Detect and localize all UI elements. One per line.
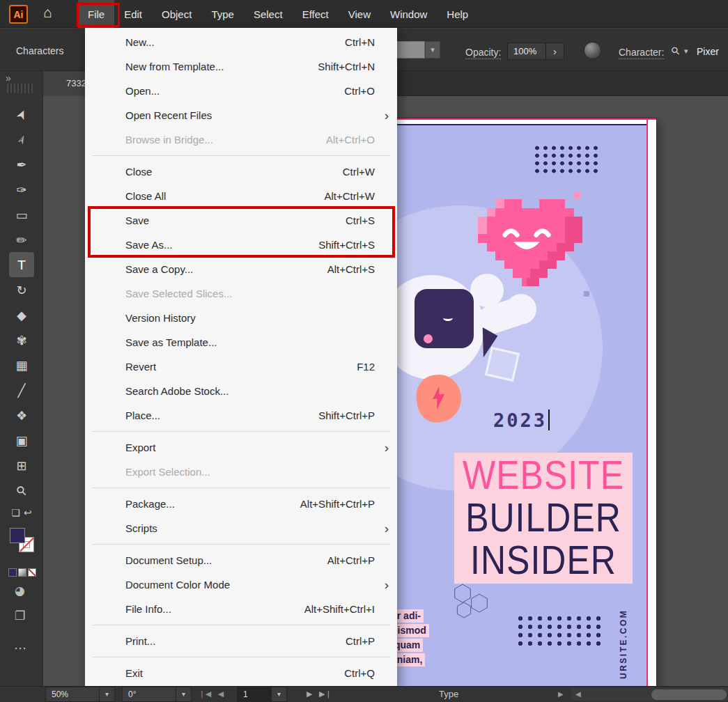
pixel-decoration — [574, 192, 581, 199]
history-icon[interactable]: ↩ — [24, 507, 32, 518]
menubar-item-object[interactable]: Object — [152, 0, 201, 28]
menu-item-save-selected-slices[interactable]: Save Selected Slices... › — [85, 281, 397, 306]
menu-item-version-history[interactable]: Version History › — [85, 306, 397, 330]
menu-item-scripts[interactable]: Scripts › — [85, 516, 397, 540]
horizontal-scrollbar[interactable]: ◀ — [571, 688, 728, 701]
paintbrush-tool[interactable]: ✏ — [9, 227, 34, 252]
direct-selection-tool[interactable]: ➢ — [9, 127, 34, 152]
menu-item-revert[interactable]: Revert F12 › — [85, 354, 397, 379]
menubar-item-window[interactable]: Window — [380, 0, 437, 28]
curvature-tool[interactable]: ✑ — [9, 177, 34, 202]
menu-separator[interactable]: › — [85, 540, 397, 548]
edit-toolbar-icon[interactable]: ⋯ — [14, 641, 26, 655]
fill-swatch[interactable] — [10, 528, 25, 543]
next-artboard-icon[interactable]: ▶ — [307, 689, 319, 699]
menu-separator[interactable]: › — [85, 484, 397, 492]
screen-mode-icon[interactable]: ❐ — [15, 609, 25, 623]
previous-artboard-icon[interactable]: ◀ — [213, 689, 226, 699]
eraser-tool[interactable]: ◆ — [9, 302, 34, 327]
artboard-nav-back[interactable]: |◀ ◀ — [201, 687, 226, 702]
artboard-number-select[interactable]: 1 ▾ — [237, 687, 287, 702]
artboard-tool[interactable]: ⊞ — [9, 453, 34, 478]
eyedropper-tool[interactable]: ╱ — [9, 377, 34, 403]
menubar-item-label: Select — [254, 8, 283, 20]
search-icon[interactable]: ⚲ — [668, 44, 683, 58]
menu-item-close-all[interactable]: Close All Alt+Ctrl+W › — [85, 184, 397, 208]
artboard-nav-forward[interactable]: ▶ ▶| — [307, 687, 332, 702]
rotation-select[interactable]: 0° ▾ — [122, 687, 192, 702]
menu-item-open[interactable]: Open... Ctrl+O › — [85, 79, 397, 103]
chevron-down-icon[interactable]: ▾ — [684, 47, 688, 56]
zoom-tool[interactable]: ⚲ — [9, 478, 34, 503]
menu-item-place[interactable]: Place... Shift+Ctrl+P › — [85, 403, 397, 428]
menu-separator[interactable]: › — [85, 152, 397, 159]
menu-item-save-as-template[interactable]: Save as Template... › — [85, 330, 397, 354]
draw-mode-icon[interactable]: ◕ — [15, 584, 25, 598]
graph-tool[interactable]: ▣ — [9, 428, 34, 453]
poster-year-text[interactable]: 2023 — [493, 410, 550, 431]
none-mode-icon[interactable] — [28, 568, 36, 577]
character-label[interactable]: Character: — [619, 47, 664, 59]
first-artboard-icon[interactable]: |◀ — [201, 689, 213, 699]
collapse-panel-icon[interactable]: » — [6, 72, 11, 84]
menubar-item-type[interactable]: Type — [201, 0, 244, 28]
menubar-item-help[interactable]: Help — [437, 0, 478, 28]
menu-item-new[interactable]: New... Ctrl+N › — [85, 30, 397, 54]
chevron-down-icon[interactable]: ▾ — [272, 687, 287, 702]
menubar-item-effect[interactable]: Effect — [293, 0, 339, 28]
poster-title-block[interactable]: WEBSITE BUILDER INSIDER — [454, 453, 633, 584]
swap-view-icon[interactable]: ❏ — [11, 507, 20, 518]
selection-tool[interactable]: ➤ — [9, 102, 34, 127]
last-artboard-icon[interactable]: ▶| — [319, 689, 332, 699]
menubar-item-view[interactable]: View — [339, 0, 380, 28]
opacity-expand-button[interactable]: › — [546, 42, 564, 60]
menu-item-document-color-mode[interactable]: Document Color Mode › — [85, 572, 397, 597]
menu-item-open-recent-files[interactable]: Open Recent Files › — [85, 103, 397, 127]
menu-item-export-selection[interactable]: Export Selection... › — [85, 460, 397, 484]
chevron-down-icon[interactable]: ▾ — [176, 687, 192, 702]
menubar-item-edit[interactable]: Edit — [114, 0, 152, 28]
menu-item-file-info[interactable]: File Info... Alt+Shift+Ctrl+I › — [85, 597, 397, 621]
illustrator-logo-icon[interactable]: Ai — [9, 5, 28, 24]
font-name-value[interactable]: Pixer — [697, 46, 719, 57]
opacity-label[interactable]: Opacity: — [465, 47, 501, 59]
pen-tool[interactable]: ✒ — [9, 152, 34, 177]
sphere-icon[interactable] — [584, 42, 601, 59]
type-tool[interactable]: T — [9, 252, 34, 277]
menu-item-export[interactable]: Export › — [85, 435, 397, 460]
shaper-tool[interactable]: ✾ — [9, 327, 34, 352]
chevron-down-icon[interactable]: ▾ — [100, 687, 115, 702]
menu-item-new-from-template[interactable]: New from Template... Shift+Ctrl+N › — [85, 54, 397, 79]
scroll-right-icon[interactable]: ▶ — [558, 687, 564, 702]
symbol-sprayer-tool[interactable]: ❖ — [9, 403, 34, 428]
menubar-item-label: Help — [447, 8, 468, 20]
menu-separator[interactable]: › — [85, 621, 397, 629]
menu-item-save-a-copy[interactable]: Save a Copy... Alt+Ctrl+S › — [85, 257, 397, 281]
menu-item-package[interactable]: Package... Alt+Shift+Ctrl+P › — [85, 492, 397, 516]
zoom-level-select[interactable]: 50% ▾ — [45, 687, 115, 702]
menu-item-close[interactable]: Close Ctrl+W › — [85, 159, 397, 184]
menu-separator[interactable]: › — [85, 428, 397, 435]
scroll-left-icon[interactable]: ◀ — [575, 688, 581, 701]
gradient-mode-icon[interactable] — [18, 568, 26, 577]
menu-item-document-setup[interactable]: Document Setup... Alt+Ctrl+P › — [85, 548, 397, 572]
zoom-level-value: 50% — [45, 687, 100, 702]
tool-icon: ➤ — [13, 107, 30, 123]
rectangle-tool[interactable]: ▭ — [9, 202, 34, 227]
color-mode-icon[interactable] — [8, 568, 17, 577]
menu-separator[interactable]: › — [85, 653, 397, 661]
rotate-tool[interactable]: ↻ — [9, 277, 34, 302]
menubar-item-select[interactable]: Select — [244, 0, 293, 28]
scrollbar-thumb[interactable] — [651, 689, 727, 700]
poster-vertical-text: URSITE.COM — [619, 599, 628, 679]
home-icon[interactable]: ⌂ — [43, 4, 52, 21]
gradient-tool[interactable]: ▦ — [9, 352, 34, 377]
rotation-value: 0° — [122, 687, 176, 702]
menu-item-exit[interactable]: Exit Ctrl+Q › — [85, 661, 397, 685]
menu-item-browse-in-bridge[interactable]: Browse in Bridge... Alt+Ctrl+O › — [85, 127, 397, 152]
opacity-input[interactable]: 100% — [507, 42, 546, 60]
menu-item-label: New from Template... — [125, 61, 224, 72]
menu-item-print[interactable]: Print... Ctrl+P › — [85, 629, 397, 653]
menu-item-search-adobe-stock[interactable]: Search Adobe Stock... › — [85, 379, 397, 403]
menu-item-shortcut: Ctrl+N — [345, 36, 375, 48]
